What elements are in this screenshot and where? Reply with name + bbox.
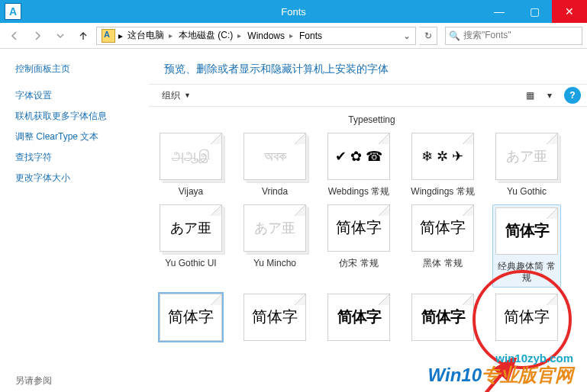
page-title: 预览、删除或者显示和隐藏计算机上安装的字体 (149, 49, 587, 84)
font-item[interactable]: あア亜Yu Gothic (492, 133, 561, 198)
folder-icon (102, 29, 115, 43)
fonts-grid: Typesetting அஆஇVijaya অবকVrinda ✔ ✿ ☎Web… (149, 107, 587, 380)
font-item[interactable]: அஆஇVijaya (156, 133, 225, 198)
sidebar-link-cleartype[interactable]: 调整 ClearType 文本 (15, 130, 149, 143)
sidebar-link-online-fonts[interactable]: 联机获取更多字体信息 (15, 110, 149, 123)
search-input[interactable]: 🔍 搜索"Fonts" (445, 27, 582, 45)
breadcrumb-part[interactable]: Windows▸ (244, 27, 296, 44)
title-bar: A Fonts — ▢ ✕ (0, 0, 587, 23)
font-item[interactable]: ❄ ✲ ✈Wingdings 常规 (408, 133, 477, 198)
sidebar-header[interactable]: 控制面板主页 (15, 63, 149, 76)
view-dropdown-button[interactable]: ▾ (541, 87, 558, 104)
sidebar-footer: 另请参阅 (15, 374, 52, 387)
sidebar-link-find-char[interactable]: 查找字符 (15, 151, 149, 164)
breadcrumb-part[interactable]: Fonts (296, 27, 325, 44)
font-item[interactable]: অবকVrinda (240, 133, 309, 198)
search-placeholder: 搜索"Fonts" (463, 29, 511, 42)
font-item-highlighted[interactable]: 简体字经典趣体简 常规 (492, 204, 561, 288)
font-item-selected[interactable]: 简体字 (156, 294, 225, 347)
font-item[interactable]: 简体字仿宋 常规 (324, 204, 393, 288)
search-icon: 🔍 (449, 31, 460, 41)
organize-bar: 组织▼ ▦ ▾ ? (149, 84, 587, 107)
breadcrumb-part[interactable]: 本地磁盘 (C:)▸ (176, 27, 244, 44)
window-title: Fonts (281, 6, 306, 18)
nav-forward-button[interactable] (27, 26, 47, 46)
address-dropdown-icon[interactable]: ⌄ (400, 31, 414, 41)
close-button[interactable]: ✕ (552, 0, 587, 23)
organize-button[interactable]: 组织▼ (155, 87, 198, 104)
group-label: Typesetting (156, 114, 587, 125)
font-item[interactable]: あア亜Yu Gothic UI (156, 204, 225, 288)
help-button[interactable]: ? (564, 87, 581, 104)
sidebar-link-font-size[interactable]: 更改字体大小 (15, 172, 149, 185)
watermark-brand: Win10专业版官网 (428, 363, 573, 387)
font-item[interactable]: 简体字 (240, 294, 309, 347)
address-bar[interactable]: ▸ 这台电脑▸ 本地磁盘 (C:)▸ Windows▸ Fonts ⌄ (96, 27, 416, 45)
app-icon: A (5, 3, 21, 20)
font-item[interactable]: 简体字 (408, 294, 477, 347)
nav-up-button[interactable] (73, 26, 93, 46)
content-area: 预览、删除或者显示和隐藏计算机上安装的字体 组织▼ ▦ ▾ ? Typesett… (149, 49, 587, 392)
toolbar: ▸ 这台电脑▸ 本地磁盘 (C:)▸ Windows▸ Fonts ⌄ ↻ 🔍 … (0, 23, 587, 49)
window-controls: — ▢ ✕ (482, 0, 587, 23)
refresh-button[interactable]: ↻ (419, 27, 437, 45)
view-large-icons-button[interactable]: ▦ (521, 87, 538, 104)
font-item[interactable]: あア亜Yu Mincho (240, 204, 309, 288)
minimize-button[interactable]: — (482, 0, 517, 23)
font-item[interactable]: 简体字黑体 常规 (408, 204, 477, 288)
nav-history-dropdown[interactable] (50, 26, 70, 46)
maximize-button[interactable]: ▢ (517, 0, 552, 23)
nav-back-button[interactable] (5, 26, 24, 46)
font-item[interactable]: ✔ ✿ ☎Webdings 常规 (324, 133, 393, 198)
sidebar: 控制面板主页 字体设置 联机获取更多字体信息 调整 ClearType 文本 查… (0, 49, 149, 392)
font-item[interactable]: 简体字 (324, 294, 393, 347)
font-item[interactable]: 简体字 (492, 294, 561, 347)
sidebar-link-font-settings[interactable]: 字体设置 (15, 89, 149, 102)
breadcrumb-part[interactable]: 这台电脑▸ (124, 27, 176, 44)
